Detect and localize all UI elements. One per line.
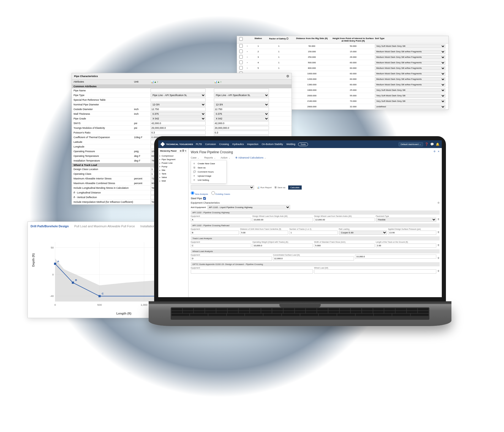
- info-icon[interactable]: ⓘ: [286, 37, 288, 40]
- dropdown-item[interactable]: ⊕Create New Case: [192, 162, 225, 166]
- nav-pltb[interactable]: PLTB: [196, 143, 202, 146]
- row-checkbox[interactable]: [239, 55, 243, 59]
- value-input[interactable]: [214, 89, 269, 92]
- value-input[interactable]: [151, 98, 206, 102]
- nav-crossing[interactable]: Crossing: [219, 143, 229, 146]
- nav-on-bottom-stability[interactable]: On-Bottom Stability: [262, 143, 283, 146]
- hierarchy-item[interactable]: ▸Valve: [159, 176, 187, 179]
- value-input[interactable]: Pipe Line - API Specification 5L: [214, 93, 269, 97]
- value-input[interactable]: [214, 126, 269, 130]
- settings-icon[interactable]: ⚙: [434, 150, 435, 153]
- soil-type-select[interactable]: Medium Moist Dark Grey Silt w/few Fragme…: [375, 55, 445, 59]
- equipment-select[interactable]: API 1102 - Liquid Pipeline Crossing High…: [208, 205, 290, 209]
- field-input[interactable]: [376, 244, 436, 248]
- menu-reports[interactable]: Reports⌄: [204, 156, 216, 159]
- field-input[interactable]: [314, 244, 375, 248]
- field-input[interactable]: [240, 231, 288, 235]
- delete-icon[interactable]: 🗑: [437, 228, 440, 235]
- soil-type-select[interactable]: Medium Moist Dark Grey Silt w/few Fragme…: [375, 77, 445, 81]
- steel-pipe-checkbox[interactable]: [203, 197, 206, 200]
- hierarchy-item[interactable]: ▸Site: [159, 168, 187, 172]
- chat-icon[interactable]: 💬: [430, 143, 434, 146]
- value-input[interactable]: 0.375: [214, 112, 269, 116]
- col-distance[interactable]: Distance from the Rig Side (ft): [291, 37, 333, 42]
- field-input[interactable]: [388, 231, 436, 235]
- radio-existing-cases[interactable]: Existing Cases: [211, 191, 230, 195]
- soil-type-select[interactable]: undefined: [375, 105, 445, 109]
- tab-drill-path[interactable]: Drill Path/Borehole Design: [31, 225, 69, 228]
- col-height[interactable]: Height from Point of Interest to Surface…: [333, 37, 374, 42]
- field-input[interactable]: [314, 269, 436, 274]
- save-as-button[interactable]: 🖫Save as: [274, 186, 285, 189]
- col-fos[interactable]: Factor of Safety: [269, 37, 286, 40]
- expand-icon[interactable]: ›: [244, 67, 250, 69]
- radio-new-analysis[interactable]: New Analysis: [191, 191, 208, 195]
- value-input[interactable]: [214, 121, 269, 125]
- dropdown-item[interactable]: ⬆Upload Image: [192, 174, 225, 178]
- field-input[interactable]: [191, 231, 239, 235]
- field-input[interactable]: [191, 269, 313, 274]
- tools-button[interactable]: Tools: [298, 143, 308, 146]
- expand-icon[interactable]: ›: [244, 56, 250, 58]
- gear-icon[interactable]: ⚙: [286, 74, 289, 78]
- soil-type-select[interactable]: Medium Moist Dark Grey Silt w/few Fragme…: [375, 50, 445, 54]
- delete-icon[interactable]: 🗑: [437, 241, 440, 248]
- soil-type-select[interactable]: Medium Moist Dark Grey Silt w/few Fragme…: [375, 83, 445, 87]
- case-select[interactable]: [191, 185, 254, 190]
- value-input[interactable]: Pipe Line - API Specification 5L: [151, 93, 206, 97]
- field-input[interactable]: [252, 244, 313, 248]
- nav-welding[interactable]: Welding: [286, 143, 295, 146]
- delete-icon[interactable]: 🗑: [437, 215, 440, 222]
- value-input[interactable]: [214, 131, 269, 135]
- gear-icon[interactable]: ⚙: [437, 201, 440, 204]
- hierarchy-item[interactable]: ▸Well: [159, 179, 187, 183]
- delete-icon[interactable]: 🗑: [437, 254, 440, 261]
- field-input[interactable]: [314, 218, 375, 222]
- refresh-icon[interactable]: ↻: [185, 150, 187, 152]
- soil-type-select[interactable]: Very Soft Moist Dark Grey Silt: [375, 99, 445, 103]
- sort-icon[interactable]: 📊▲♀: [151, 80, 159, 83]
- field-input[interactable]: [191, 218, 251, 222]
- value-input[interactable]: [151, 121, 206, 125]
- delete-icon[interactable]: 🗑: [437, 267, 440, 274]
- select-all-checkbox[interactable]: [239, 37, 243, 41]
- bell-icon[interactable]: 🔔: [436, 143, 440, 146]
- soil-type-select[interactable]: Very Soft Moist Dark Grey Silt: [375, 88, 445, 92]
- field-input[interactable]: [252, 218, 313, 222]
- soil-type-select[interactable]: Very Soft Moist Dark Grey Silt: [375, 44, 445, 48]
- nav-corrosion[interactable]: Corrosion: [205, 143, 216, 146]
- row-checkbox[interactable]: [239, 66, 243, 70]
- value-input[interactable]: X 042: [151, 117, 206, 121]
- field-input[interactable]: [289, 231, 337, 235]
- field-input[interactable]: [191, 244, 251, 248]
- tab-pull-load[interactable]: Pull Load and Maximum Allowable Pull For…: [74, 225, 135, 228]
- row-checkbox[interactable]: [239, 61, 243, 64]
- menu-advanced[interactable]: ✻Advanced Calculations⌄: [235, 156, 266, 159]
- dropdown-item[interactable]: 💬Comment Hours: [192, 170, 225, 174]
- value-input[interactable]: [151, 89, 206, 92]
- calculate-button[interactable]: Calculate: [288, 185, 302, 190]
- soil-type-select[interactable]: Very Soft Moist Dark Grey Silt: [375, 94, 445, 98]
- nav-hydraulics[interactable]: Hydraulics: [232, 143, 244, 146]
- soil-type-select[interactable]: Medium Moist Dark Grey Silt w/few Fragme…: [375, 72, 445, 76]
- value-input[interactable]: [151, 126, 206, 130]
- brand-logo[interactable]: TECHNICAL TOOLBOXES: [160, 142, 193, 146]
- value-input[interactable]: [151, 131, 206, 135]
- value-input[interactable]: X 042: [214, 117, 269, 121]
- hierarchy-item[interactable]: ▸Pipe Segment: [159, 158, 187, 161]
- filter-icon[interactable]: ⊞: [180, 150, 182, 152]
- expand-icon[interactable]: ›: [244, 50, 250, 53]
- field-input[interactable]: [355, 255, 436, 259]
- list-icon[interactable]: ≣: [182, 150, 184, 152]
- dashboard-dropdown[interactable]: Default dashboard ⌄: [399, 142, 423, 146]
- field-input[interactable]: [191, 256, 272, 261]
- hierarchy-item[interactable]: ▸Tank: [159, 172, 187, 176]
- dropdown-item[interactable]: 🖫Save as: [192, 166, 225, 170]
- col-soil-type[interactable]: Soil Type: [374, 37, 445, 42]
- value-input[interactable]: 0.375: [151, 112, 206, 116]
- hierarchy-item[interactable]: ▸Compressor: [159, 154, 187, 158]
- expand-icon[interactable]: ›: [244, 45, 250, 47]
- dropdown-item[interactable]: ⚙Unit Setting: [192, 178, 225, 182]
- run-report-button[interactable]: 📊Run Report: [257, 186, 272, 189]
- value-input[interactable]: 12-3/4: [214, 103, 269, 106]
